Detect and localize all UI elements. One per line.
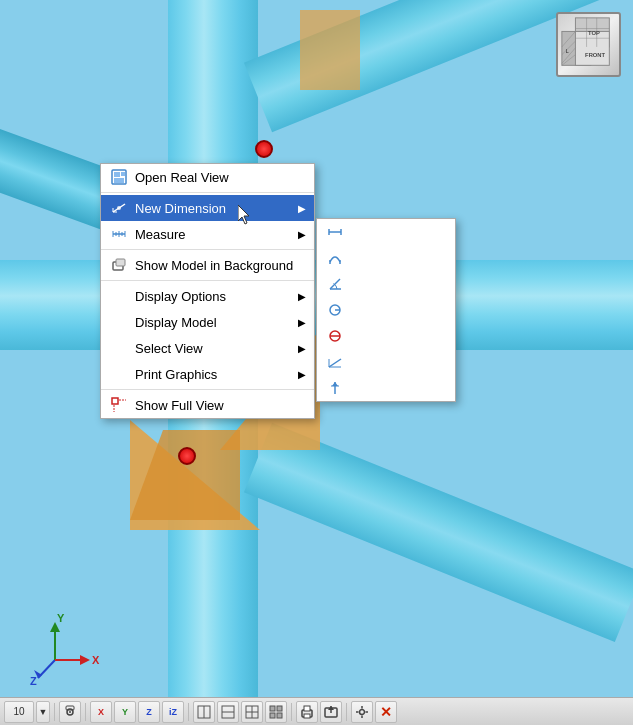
- svg-text:X: X: [92, 654, 100, 666]
- svg-rect-25: [121, 172, 125, 176]
- view-2-btn[interactable]: [217, 701, 239, 723]
- zoom-dropdown-btn[interactable]: ▼: [36, 701, 50, 723]
- view-3-btn[interactable]: [241, 701, 263, 723]
- camera-btn[interactable]: [59, 701, 81, 723]
- red-marker-1: [178, 447, 196, 465]
- submenu-label-linear: Linear...: [351, 225, 397, 240]
- menu-separator-3: [101, 280, 314, 281]
- sep3: [188, 703, 189, 721]
- menu-label-show-full-view: Show Full View: [135, 398, 224, 413]
- menu-separator-1: [101, 192, 314, 193]
- submenu-item-radius[interactable]: Radius...: [317, 297, 455, 323]
- svg-marker-21: [80, 655, 90, 665]
- y-axis-btn[interactable]: Y: [114, 701, 136, 723]
- view-1-btn[interactable]: [193, 701, 215, 723]
- cad-viewport[interactable]: TOP L FRONT Z Y X: [0, 0, 633, 725]
- print-btn[interactable]: [296, 701, 318, 723]
- menu-label-select-view: Select View: [135, 341, 203, 356]
- svg-rect-26: [114, 178, 124, 183]
- svg-rect-71: [277, 706, 282, 711]
- svg-rect-72: [270, 713, 275, 718]
- svg-point-30: [117, 206, 121, 210]
- diameter-icon: [325, 326, 345, 346]
- svg-text:TOP: TOP: [588, 30, 600, 36]
- submenu-label-slope: Slope...: [351, 355, 395, 370]
- view-4-btn[interactable]: [265, 701, 287, 723]
- settings-btn[interactable]: [351, 701, 373, 723]
- menu-item-print-graphics[interactable]: Print Graphics ▶: [101, 361, 314, 387]
- menu-label-display-options: Display Options: [135, 289, 226, 304]
- menu-item-display-options[interactable]: Display Options ▶: [101, 283, 314, 309]
- red-marker-2: [255, 140, 273, 158]
- menu-item-new-dimension[interactable]: New Dimension ▶ Linear...: [101, 195, 314, 221]
- close-red-btn[interactable]: ✕: [375, 701, 397, 723]
- submenu-label-arc-length: Arc Length...: [351, 251, 425, 266]
- submenu-item-angular[interactable]: Angular...: [317, 271, 455, 297]
- display-options-icon: [109, 286, 129, 306]
- svg-rect-73: [277, 713, 282, 718]
- measure-icon: [109, 224, 129, 244]
- svg-rect-2: [575, 31, 609, 65]
- menu-item-show-full-view[interactable]: Show Full View: [101, 392, 314, 418]
- submenu-item-slope[interactable]: Slope...: [317, 349, 455, 375]
- iz-axis-btn[interactable]: iZ: [162, 701, 184, 723]
- export-btn[interactable]: [320, 701, 342, 723]
- axis-indicator: Z Y X: [20, 610, 100, 685]
- svg-rect-56: [112, 398, 118, 404]
- linear-icon: [325, 222, 345, 242]
- z-axis-btn[interactable]: Z: [138, 701, 160, 723]
- print-graphics-icon: [109, 364, 129, 384]
- gusset-plate-3: [300, 10, 360, 90]
- submenu-item-diameter[interactable]: Diameter...: [317, 323, 455, 349]
- open-real-view-icon: [109, 167, 129, 187]
- show-full-view-icon: [109, 395, 129, 415]
- svg-point-61: [69, 711, 71, 713]
- menu-separator-2: [101, 249, 314, 250]
- new-dimension-icon: [109, 198, 129, 218]
- submenu-item-elevation[interactable]: Elevation...: [317, 375, 455, 401]
- submenu-label-diameter: Diameter...: [351, 329, 414, 344]
- menu-item-display-model[interactable]: Display Model ▶: [101, 309, 314, 335]
- submenu-new-dimension: Linear... Arc Length...: [316, 218, 456, 402]
- submenu-label-radius: Radius...: [351, 303, 402, 318]
- zoom-display[interactable]: 10: [4, 701, 34, 723]
- svg-text:Y: Y: [57, 612, 65, 624]
- display-model-icon: [109, 312, 129, 332]
- toolbar-bottom: 10 ▼ X Y Z iZ: [0, 697, 633, 725]
- slope-icon: [325, 352, 345, 372]
- menu-item-select-view[interactable]: Select View ▶: [101, 335, 314, 361]
- context-menu: Open Real View New Dimension ▶: [100, 163, 315, 419]
- submenu-item-linear[interactable]: Linear...: [317, 219, 455, 245]
- arc-length-icon: [325, 248, 345, 268]
- radius-icon: [325, 300, 345, 320]
- svg-rect-55: [116, 259, 125, 266]
- menu-item-open-real-view[interactable]: Open Real View: [101, 164, 314, 190]
- svg-rect-24: [114, 172, 120, 177]
- menu-label-new-dimension: New Dimension: [135, 201, 226, 216]
- submenu-item-arc-length[interactable]: Arc Length...: [317, 245, 455, 271]
- sep1: [54, 703, 55, 721]
- select-view-icon: [109, 338, 129, 358]
- menu-separator-4: [101, 389, 314, 390]
- new-dimension-arrow: ▶: [298, 203, 306, 214]
- sep2: [85, 703, 86, 721]
- menu-item-show-model-bg[interactable]: Show Model in Background: [101, 252, 314, 278]
- sep5: [346, 703, 347, 721]
- svg-rect-75: [304, 706, 310, 711]
- svg-rect-70: [270, 706, 275, 711]
- beam-diagonal-lower: [244, 423, 633, 642]
- display-model-arrow: ▶: [298, 317, 306, 328]
- angular-icon: [325, 274, 345, 294]
- show-model-bg-icon: [109, 255, 129, 275]
- elevation-icon: [325, 378, 345, 398]
- display-options-arrow: ▶: [298, 291, 306, 302]
- select-view-arrow: ▶: [298, 343, 306, 354]
- menu-label-show-model-bg: Show Model in Background: [135, 258, 293, 273]
- svg-text:FRONT: FRONT: [585, 52, 605, 58]
- submenu-label-angular: Angular...: [351, 277, 406, 292]
- submenu-label-elevation: Elevation...: [351, 381, 415, 396]
- menu-item-measure[interactable]: Measure ▶: [101, 221, 314, 247]
- menu-label-open-real-view: Open Real View: [135, 170, 229, 185]
- cube-navigator[interactable]: TOP L FRONT: [556, 12, 621, 77]
- x-axis-btn[interactable]: X: [90, 701, 112, 723]
